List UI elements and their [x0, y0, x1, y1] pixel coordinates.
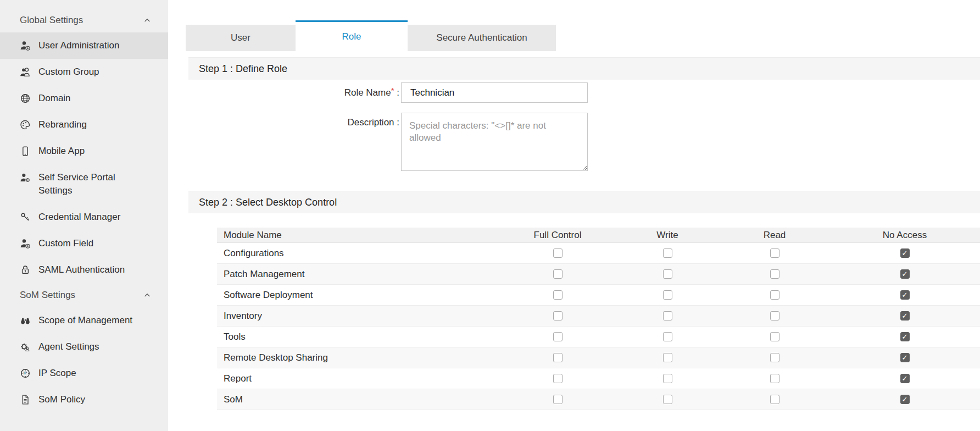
permission-cell: [500, 290, 615, 300]
sidebar-item-rebranding[interactable]: Rebranding: [0, 112, 168, 138]
palette-icon: [20, 118, 31, 131]
no-access-checkbox[interactable]: [900, 290, 910, 300]
sidebar-item-label: IP Scope: [38, 367, 76, 380]
permission-cell: [720, 290, 829, 300]
svg-text:IP: IP: [24, 371, 27, 375]
no-access-checkbox[interactable]: [900, 269, 910, 279]
sidebar-item-som-policy[interactable]: SoM Policy: [0, 386, 168, 413]
permission-cell: [615, 248, 720, 258]
full-control-checkbox[interactable]: [553, 332, 563, 341]
sidebar-section-som-settings[interactable]: SoM Settings: [0, 283, 168, 307]
table-row: Patch Management: [217, 264, 980, 285]
full-control-checkbox[interactable]: [553, 269, 563, 279]
main-content: UserRoleSecure Authentication Step 1 : D…: [168, 0, 980, 431]
sidebar-item-scope-of-management[interactable]: Scope of Management: [0, 307, 168, 334]
no-access-checkbox[interactable]: [900, 332, 910, 341]
tab-user[interactable]: User: [186, 25, 296, 51]
sidebar-item-agent-settings[interactable]: Agent Settings: [0, 334, 168, 360]
permissions-table-header: Module NameFull ControlWriteReadNo Acces…: [217, 228, 980, 243]
write-checkbox[interactable]: [663, 269, 672, 279]
description-textarea[interactable]: [401, 113, 588, 171]
permission-cell: [829, 248, 980, 258]
full-control-checkbox[interactable]: [553, 374, 563, 383]
read-checkbox[interactable]: [770, 248, 779, 258]
permissions-table-body: ConfigurationsPatch ManagementSoftware D…: [217, 243, 980, 410]
column-header-write: Write: [615, 230, 720, 241]
permission-cell: [500, 353, 615, 362]
write-checkbox[interactable]: [663, 374, 672, 383]
read-checkbox[interactable]: [770, 290, 779, 300]
read-checkbox[interactable]: [770, 332, 779, 341]
permission-cell: [720, 395, 829, 404]
permission-cell: [720, 269, 829, 279]
table-row: Report: [217, 368, 980, 389]
step1-header: Step 1 : Define Role: [188, 57, 980, 80]
sidebar-item-ip-scope[interactable]: IPIP Scope: [0, 360, 168, 386]
table-row: Remote Desktop Sharing: [217, 347, 980, 368]
column-header-no-access: No Access: [829, 230, 980, 241]
binoculars-icon: [20, 314, 31, 327]
sidebar-item-user-administration[interactable]: User Administration: [0, 32, 168, 59]
no-access-checkbox[interactable]: [900, 311, 910, 321]
lock-icon: [20, 263, 31, 277]
full-control-checkbox[interactable]: [553, 248, 563, 258]
full-control-checkbox[interactable]: [553, 290, 563, 300]
user-plus-icon: [20, 39, 31, 52]
write-checkbox[interactable]: [663, 290, 672, 300]
no-access-checkbox[interactable]: [900, 248, 910, 258]
sidebar-item-label: Custom Field: [38, 237, 93, 250]
read-checkbox[interactable]: [770, 353, 779, 362]
full-control-checkbox[interactable]: [553, 353, 563, 362]
ip-circle-icon: IP: [20, 367, 31, 380]
no-access-checkbox[interactable]: [900, 353, 910, 362]
globe-icon: [20, 92, 31, 105]
full-control-checkbox[interactable]: [553, 395, 563, 404]
permission-cell: [500, 395, 615, 404]
sidebar-item-domain[interactable]: Domain: [0, 85, 168, 112]
sidebar-item-saml-authentication[interactable]: SAML Authentication: [0, 257, 168, 283]
read-checkbox[interactable]: [770, 269, 779, 279]
description-label: Description :: [188, 117, 399, 128]
permission-cell: [720, 353, 829, 362]
sidebar-item-credential-manager[interactable]: Credential Manager: [0, 204, 168, 230]
keys-icon: [20, 211, 31, 224]
permission-cell: [500, 248, 615, 258]
read-checkbox[interactable]: [770, 311, 779, 321]
write-checkbox[interactable]: [663, 353, 672, 362]
chevron-up-icon: [143, 16, 152, 25]
sidebar-item-self-service-portal-settings[interactable]: Self Service Portal Settings: [0, 164, 168, 204]
no-access-checkbox[interactable]: [900, 395, 910, 404]
sidebar-item-custom-field[interactable]: Custom Field: [0, 230, 168, 257]
sidebar-item-label: Rebranding: [38, 118, 87, 131]
module-name-cell: Configurations: [217, 248, 500, 259]
sidebar-item-custom-group[interactable]: Custom Group: [0, 59, 168, 85]
sidebar-section-global-settings[interactable]: Global Settings: [0, 8, 168, 32]
permission-cell: [829, 395, 980, 404]
write-checkbox[interactable]: [663, 332, 672, 341]
permissions-table: Module NameFull ControlWriteReadNo Acces…: [217, 228, 980, 410]
required-marker: *: [391, 86, 394, 95]
tab-role[interactable]: Role: [296, 20, 408, 51]
sidebar-item-label: SAML Authentication: [38, 263, 125, 277]
table-row: Inventory: [217, 306, 980, 327]
sidebar-item-label: Domain: [38, 92, 71, 105]
permission-cell: [720, 311, 829, 321]
permission-cell: [720, 248, 829, 258]
table-row: Configurations: [217, 243, 980, 264]
read-checkbox[interactable]: [770, 374, 779, 383]
full-control-checkbox[interactable]: [553, 311, 563, 321]
doc-icon: [20, 393, 31, 406]
write-checkbox[interactable]: [663, 395, 672, 404]
no-access-checkbox[interactable]: [900, 374, 910, 383]
read-checkbox[interactable]: [770, 395, 779, 404]
tab-secure-authentication[interactable]: Secure Authentication: [408, 25, 556, 51]
sidebar-item-mobile-app[interactable]: Mobile App: [0, 138, 168, 164]
table-row: SoM: [217, 389, 980, 410]
column-header-read: Read: [720, 230, 829, 241]
write-checkbox[interactable]: [663, 311, 672, 321]
permission-cell: [500, 374, 615, 383]
role-name-label: Role Name* :: [188, 87, 399, 98]
role-name-input[interactable]: [401, 82, 588, 103]
write-checkbox[interactable]: [663, 248, 672, 258]
module-name-cell: Remote Desktop Sharing: [217, 352, 500, 363]
